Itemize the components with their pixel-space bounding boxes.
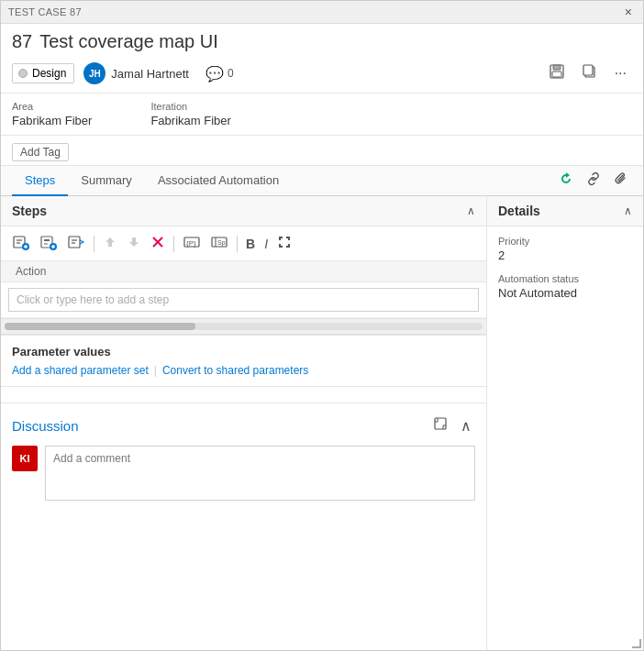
attachment-tab-button[interactable] bbox=[610, 168, 632, 193]
automation-status-field: Automation status Not Automated bbox=[498, 273, 632, 300]
steps-col-header: Action bbox=[1, 261, 486, 282]
step-add-cell: Click or type here to add a step bbox=[8, 288, 479, 312]
avatar-initials: JH bbox=[89, 69, 101, 79]
header: 87 Test coverage map UI Design JH Jamal … bbox=[1, 24, 643, 94]
user-info[interactable]: JH Jamal Hartnett bbox=[74, 60, 198, 87]
area-field: Area Fabrikam Fiber bbox=[12, 101, 92, 127]
status-label: Design bbox=[32, 67, 66, 80]
italic-button[interactable]: I bbox=[261, 234, 272, 254]
svg-text:{P}: {P} bbox=[186, 239, 196, 248]
parameter-button[interactable]: {P} bbox=[179, 230, 205, 257]
comment-button[interactable]: 💬 0 bbox=[198, 62, 241, 85]
params-section: Parameter values Add a shared parameter … bbox=[1, 335, 486, 386]
insert-step-button[interactable] bbox=[63, 230, 89, 257]
add-step-button[interactable] bbox=[8, 230, 34, 257]
status-dot bbox=[18, 69, 28, 78]
details-title: Details bbox=[498, 204, 540, 218]
steps-panel: Steps ∧ bbox=[1, 196, 487, 650]
scrollbar-thumb bbox=[5, 323, 195, 330]
avatar: JH bbox=[83, 62, 105, 84]
fullscreen-button[interactable] bbox=[273, 232, 295, 255]
steps-toolbar: {P} Sp B I bbox=[1, 226, 486, 261]
comment-avatar: KI bbox=[12, 446, 38, 471]
italic-icon: I bbox=[264, 237, 268, 251]
params-title: Parameter values bbox=[12, 345, 475, 359]
details-collapse-button[interactable]: ∧ bbox=[624, 204, 632, 217]
svg-rect-17 bbox=[69, 237, 80, 248]
discussion-title: Discussion bbox=[12, 418, 79, 434]
svg-rect-1 bbox=[553, 65, 561, 70]
steps-section-title: Steps bbox=[12, 204, 47, 218]
title-bar-label: TEST CASE 87 bbox=[8, 6, 82, 17]
priority-value: 2 bbox=[498, 248, 632, 262]
link-tab-button[interactable] bbox=[583, 168, 605, 193]
add-step-input[interactable]: Click or type here to add a step bbox=[8, 288, 479, 312]
save-button[interactable] bbox=[543, 60, 571, 87]
add-action-button[interactable] bbox=[36, 230, 61, 257]
test-case-window: TEST CASE 87 × 87 Test coverage map UI D… bbox=[0, 0, 644, 651]
discussion-comment-row: KI bbox=[12, 446, 475, 501]
title-bar: TEST CASE 87 × bbox=[1, 1, 643, 24]
svg-rect-13 bbox=[44, 243, 48, 245]
speech-bubble-icon: 💬 bbox=[205, 65, 224, 83]
delete-step-button[interactable] bbox=[147, 232, 169, 255]
add-shared-param-set-link[interactable]: Add a shared parameter set bbox=[12, 364, 149, 377]
tab-associated-automation[interactable]: Associated Automation bbox=[145, 166, 292, 196]
resize-handle[interactable] bbox=[632, 639, 643, 650]
refresh-tab-button[interactable] bbox=[555, 168, 577, 193]
toolbar-separator-2 bbox=[173, 236, 174, 252]
iteration-label: Iteration bbox=[150, 101, 230, 112]
toolbar-actions: ··· bbox=[543, 60, 632, 87]
move-down-button[interactable] bbox=[123, 232, 145, 255]
toolbar-separator-3 bbox=[237, 236, 238, 252]
comment-input[interactable] bbox=[45, 446, 475, 501]
details-header: Details ∧ bbox=[487, 196, 643, 226]
automation-status-value: Not Automated bbox=[498, 286, 632, 300]
scrollbar-track bbox=[5, 323, 483, 330]
status-button[interactable]: Design bbox=[12, 63, 74, 83]
close-button[interactable]: × bbox=[621, 5, 636, 19]
more-options-button[interactable]: ··· bbox=[609, 61, 632, 85]
bold-button[interactable]: B bbox=[242, 234, 259, 254]
svg-rect-21 bbox=[132, 237, 136, 242]
discussion-expand-button[interactable] bbox=[429, 413, 451, 438]
discussion-collapse-button[interactable]: ∧ bbox=[457, 413, 475, 438]
details-panel: Details ∧ Priority 2 Automation status N… bbox=[487, 196, 643, 650]
spacer-line bbox=[1, 386, 486, 403]
svg-text:Sp: Sp bbox=[217, 239, 226, 247]
copy-button[interactable] bbox=[576, 60, 604, 87]
area-value: Fabrikam Fiber bbox=[12, 114, 92, 127]
case-number: 87 bbox=[12, 31, 32, 52]
toolbar-row: Design JH Jamal Hartnett 💬 0 bbox=[12, 60, 632, 87]
action-col-header: Action bbox=[8, 265, 479, 278]
details-body: Priority 2 Automation status Not Automat… bbox=[487, 226, 643, 320]
params-links: Add a shared parameter set | Convert to … bbox=[12, 364, 475, 377]
svg-rect-4 bbox=[583, 65, 593, 75]
move-up-button[interactable] bbox=[99, 232, 121, 255]
add-step-placeholder: Click or type here to add a step bbox=[17, 293, 169, 306]
priority-label: Priority bbox=[498, 236, 632, 247]
convert-to-shared-params-link[interactable]: Convert to shared parameters bbox=[162, 364, 308, 377]
params-link-separator: | bbox=[154, 364, 157, 377]
comment-avatar-label: KI bbox=[20, 453, 30, 464]
tab-actions bbox=[555, 168, 632, 193]
priority-field: Priority 2 bbox=[498, 236, 632, 262]
steps-section-header: Steps ∧ bbox=[1, 196, 486, 226]
tab-summary[interactable]: Summary bbox=[68, 166, 145, 196]
svg-rect-29 bbox=[435, 418, 446, 429]
automation-status-label: Automation status bbox=[498, 273, 632, 284]
area-label: Area bbox=[12, 101, 92, 112]
horizontal-scrollbar[interactable] bbox=[1, 318, 486, 335]
user-name: Jamal Hartnett bbox=[111, 67, 189, 81]
add-tag-button[interactable]: Add Tag bbox=[12, 143, 69, 161]
svg-rect-20 bbox=[108, 242, 112, 247]
discussion-icons: ∧ bbox=[429, 413, 475, 438]
content-area: Steps ∧ bbox=[1, 196, 643, 650]
svg-rect-12 bbox=[44, 239, 50, 241]
steps-collapse-button[interactable]: ∧ bbox=[467, 204, 475, 217]
shared-params-button[interactable]: Sp bbox=[206, 230, 232, 257]
tab-steps[interactable]: Steps bbox=[12, 166, 68, 196]
step-add-row: Click or type here to add a step bbox=[1, 282, 486, 318]
tabs-row: Steps Summary Associated Automation bbox=[1, 166, 643, 196]
tag-area: Add Tag bbox=[1, 136, 643, 166]
